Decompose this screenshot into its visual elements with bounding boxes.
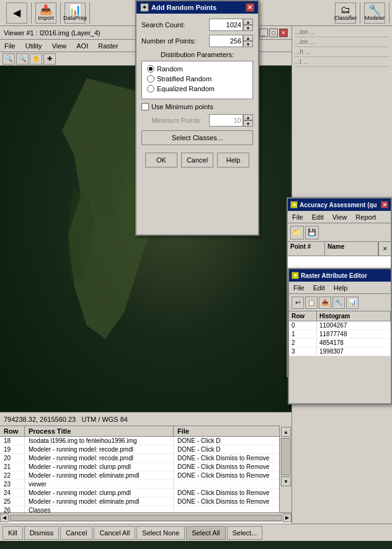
num-points-up[interactable]: ▲ xyxy=(243,35,253,41)
num-points-input: ▲ ▼ xyxy=(209,35,253,47)
radio-equalized-btn[interactable] xyxy=(147,85,154,92)
dataprep-section: 📊 DataPrep xyxy=(61,2,90,24)
num-points-field[interactable] xyxy=(209,35,243,47)
scroll-left[interactable]: ◀ xyxy=(0,514,9,522)
rp-item-1: ...ion ... xyxy=(295,29,390,37)
cancel-button[interactable]: Cancel xyxy=(60,526,92,540)
ok-button[interactable]: OK xyxy=(145,153,177,167)
raster-row-1[interactable]: 1 11877748 xyxy=(289,330,391,339)
modeler-button[interactable]: 🔧 Modeler xyxy=(364,2,385,24)
dialog-title: Add Random Points xyxy=(151,4,216,11)
raster-table: Row Histogram 0 11004267 1 11877748 2 48… xyxy=(289,311,391,356)
viewer-close-button[interactable]: ✕ xyxy=(279,29,288,37)
acc-col-close[interactable]: ✕ xyxy=(378,242,391,256)
raster-row-2[interactable]: 2 4854178 xyxy=(289,339,391,347)
acc-table-header: Point # Name ✕ xyxy=(288,242,391,256)
process-row-19[interactable]: 19 Modeler - running model: recode.pmdl … xyxy=(0,445,292,454)
radio-random-btn[interactable] xyxy=(147,65,154,73)
num-points-arrows: ▲ ▼ xyxy=(243,35,253,47)
process-row-20[interactable]: 20 Modeler - running model: recode.pmdl … xyxy=(0,454,292,463)
menu-utility[interactable]: Utility xyxy=(24,42,44,50)
minimize-button[interactable]: _ xyxy=(259,29,268,37)
raster-row-3[interactable]: 3 1998307 xyxy=(289,347,391,356)
menu-raster[interactable]: Raster xyxy=(96,42,120,50)
select-button[interactable]: Select... xyxy=(227,526,263,540)
select-button[interactable]: ✚ xyxy=(43,53,56,65)
process-row-22[interactable]: 22 Modeler - running model: eliminate.pm… xyxy=(0,471,292,480)
search-count-up[interactable]: ▲ xyxy=(243,19,253,25)
hscroll-thumb[interactable] xyxy=(10,515,282,521)
acc-menu-file[interactable]: File xyxy=(290,213,305,221)
dataprep-button[interactable]: 📊 DataPrep xyxy=(65,2,86,24)
select-all-button[interactable]: Select All xyxy=(186,526,225,540)
scroll-right[interactable]: ▶ xyxy=(283,514,292,522)
process-row-21[interactable]: 21 Modeler - running model: clump.pmdl D… xyxy=(0,463,292,471)
process-row-25[interactable]: 25 Modeler - running model: eliminate.pm… xyxy=(0,498,292,506)
dialog-icon: ✦ xyxy=(140,3,149,12)
back-button[interactable]: ◀ xyxy=(6,2,27,24)
scroll-up[interactable]: ▲ xyxy=(281,427,291,437)
cancel-dialog-button[interactable]: Cancel xyxy=(181,153,213,167)
raster-tb-btn4[interactable]: 🔧 xyxy=(332,297,345,309)
classifier-label: Classifier xyxy=(334,15,357,21)
dismiss-button[interactable]: Dismiss xyxy=(24,526,60,540)
acc-menu-view[interactable]: View xyxy=(331,213,349,221)
menu-view[interactable]: View xyxy=(50,42,69,50)
num-points-down[interactable]: ▼ xyxy=(243,41,253,47)
help-button[interactable]: Help xyxy=(217,153,249,167)
radio-stratified[interactable]: Stratified Random xyxy=(147,75,247,83)
scroll-down[interactable]: ▼ xyxy=(281,476,291,486)
menu-file[interactable]: File xyxy=(2,42,17,50)
raster-menu-help[interactable]: Help xyxy=(332,284,350,292)
search-count-arrows: ▲ ▼ xyxy=(243,19,253,31)
raster-titlebar: ✦ Raster Attribute Editor xyxy=(289,269,391,282)
use-min-points-row[interactable]: Use Minimum points xyxy=(141,103,253,110)
min-points-label: Minimum Points: xyxy=(151,117,202,124)
classifier-button[interactable]: 🗂 Classifier xyxy=(335,2,356,24)
zoom-out-button[interactable]: 🔍 xyxy=(16,53,29,65)
use-min-points-checkbox[interactable] xyxy=(141,103,149,110)
min-points-up[interactable]: ▲ xyxy=(243,114,253,120)
select-classes-button[interactable]: Select Classes... xyxy=(141,130,253,145)
raster-menu-file[interactable]: File xyxy=(292,284,306,292)
acc-save-button[interactable]: 💾 xyxy=(305,226,319,239)
acc-menu-report[interactable]: Report xyxy=(354,213,378,221)
horizontal-scrollbar[interactable]: ◀ ▶ xyxy=(0,512,292,522)
acc-close-button[interactable]: ✕ xyxy=(381,201,388,208)
radio-equalized[interactable]: Equalized Random xyxy=(147,85,247,92)
process-scrollbar[interactable]: ▲ ▼ xyxy=(279,426,292,512)
acc-col-point: Point # xyxy=(288,242,325,256)
acc-menubar: File Edit View Report xyxy=(288,211,391,223)
process-row-18[interactable]: 18 Isodata l1996.img to fenleihou1996.im… xyxy=(0,437,292,445)
raster-tb-btn5[interactable]: 📊 xyxy=(346,297,359,309)
raster-row-0[interactable]: 0 11004267 xyxy=(289,321,391,330)
process-log-header: Row Process Title File xyxy=(0,426,292,437)
process-row-24[interactable]: 24 Modeler - running model: clump.pmdl D… xyxy=(0,489,292,498)
dialog-buttons: OK Cancel Help xyxy=(141,153,253,167)
zoom-in-button[interactable]: 🔍 xyxy=(2,53,15,65)
raster-tb-btn2[interactable]: 📋 xyxy=(305,297,318,309)
acc-menu-edit[interactable]: Edit xyxy=(310,213,326,221)
menu-aoi[interactable]: AOI xyxy=(74,42,90,50)
min-points-field[interactable] xyxy=(209,114,243,127)
maximize-button[interactable]: □ xyxy=(269,29,278,37)
acc-open-button[interactable]: 📁 xyxy=(290,226,304,239)
select-none-button[interactable]: Select None xyxy=(136,526,185,540)
radio-random[interactable]: Random xyxy=(147,65,247,73)
cancel-all-button[interactable]: Cancel All xyxy=(94,526,135,540)
dialog-close-button[interactable]: ✕ xyxy=(246,3,254,12)
kill-button[interactable]: Kill xyxy=(2,526,23,540)
pan-button[interactable]: ✋ xyxy=(30,53,42,65)
raster-menu-edit[interactable]: Edit xyxy=(311,284,327,292)
acc-title: Accuracy Assessment (qu xyxy=(300,202,377,208)
radio-stratified-btn[interactable] xyxy=(147,75,154,83)
raster-tb-btn1[interactable]: ↩ xyxy=(292,297,304,309)
import-button[interactable]: 📥 Import xyxy=(35,2,56,24)
row-file: DONE - Click Dismiss to Remove xyxy=(174,498,292,506)
min-points-down[interactable]: ▼ xyxy=(243,120,253,127)
process-row-23[interactable]: 23 viewer xyxy=(0,480,292,489)
raster-tb-btn3[interactable]: 📥 xyxy=(319,297,331,309)
search-count-down[interactable]: ▼ xyxy=(243,25,253,31)
search-count-field[interactable] xyxy=(209,19,243,31)
scroll-thumb[interactable] xyxy=(281,438,291,475)
